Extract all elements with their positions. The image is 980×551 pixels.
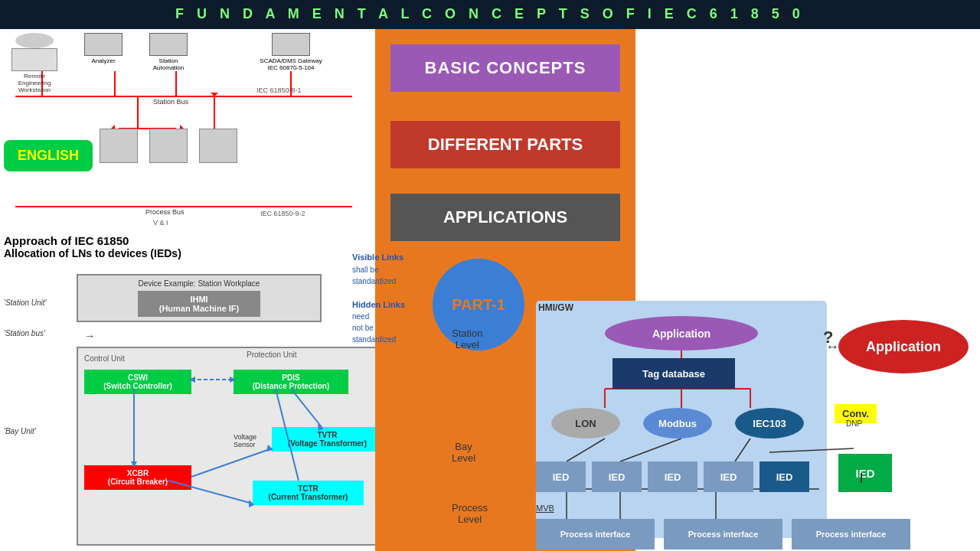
- protection-unit-inner-label: Protection Unit: [247, 350, 297, 359]
- tvtr-box: TVTR (Voltage Transformer): [272, 427, 383, 452]
- bay-unit-label: 'Bay Unit': [4, 427, 36, 435]
- process-level-label: Process Level: [452, 502, 488, 525]
- workstation-label: Remote Engineering Workstation: [4, 73, 65, 93]
- svg-marker-12: [211, 93, 218, 96]
- voltage-sensor-label: Voltage Sensor: [234, 433, 256, 448]
- scada-label: SCADA/DMS Gateway IEC 60870-5-104: [253, 57, 329, 71]
- cloud-icon: [15, 33, 54, 48]
- ied-green-box: IED: [838, 454, 892, 492]
- process-if-2: Process interface: [664, 519, 782, 549]
- different-parts-button[interactable]: DIFFERENT PARTS: [390, 121, 620, 168]
- cswi-label: CSWI (Switch Controller): [103, 373, 172, 390]
- process-if-3: Process interface: [792, 519, 910, 549]
- ied-bay-5-dark: IED: [760, 461, 809, 492]
- scada-icon: [272, 33, 310, 56]
- approach-line1: Approach of IEC 61850: [4, 234, 181, 247]
- approach-text: Approach of IEC 61850 Allocation of LNs …: [4, 234, 181, 259]
- process-if-1: Process interface: [536, 519, 655, 549]
- workstation-icon: [11, 48, 57, 71]
- analyzer-label: Analyzer: [84, 57, 122, 64]
- iec103-oval: IEC103: [735, 408, 804, 439]
- ied-1: [100, 129, 138, 163]
- application-red-oval: Application: [838, 320, 969, 373]
- applications-button[interactable]: APPLICATIONS: [390, 194, 620, 241]
- svg-line-100: [620, 439, 681, 461]
- hmi-gw-label: HMI/GW: [538, 302, 573, 313]
- device-example-title: Device Example: Station Workplace: [82, 279, 316, 288]
- application-oval: Application: [605, 316, 758, 350]
- header-title: F U N D A M E N T A L C O N C E P T S O …: [175, 6, 805, 21]
- tctr-label: TCTR (Current Transformer): [269, 484, 348, 501]
- svg-line-99: [567, 439, 605, 461]
- visible-links-label: Visible Links: [352, 251, 429, 264]
- lon-oval: LON: [551, 408, 620, 439]
- station-unit-label: 'Station Unit': [4, 298, 47, 307]
- station-level-text: Station Level: [452, 328, 482, 350]
- visible-links-sub: shall bestandardized: [352, 264, 429, 287]
- analyzer-box: Analyzer: [84, 33, 122, 64]
- ied-bay-3: IED: [648, 461, 697, 492]
- station-auto-label: Station Automation: [149, 57, 188, 71]
- modbus-oval: Modbus: [643, 408, 712, 439]
- process-bus-label: Process Bus: [145, 208, 185, 216]
- main-content: Remote Engineering Workstation Analyzer …: [0, 29, 980, 551]
- ied-bay-2: IED: [592, 461, 642, 492]
- xcbr-box: XCBR (Circuit Breaker): [84, 465, 191, 490]
- hidden-links-label: Hidden Links: [352, 298, 429, 311]
- pdis-label: PDIS (Distance Protection): [253, 373, 330, 390]
- ied-3: [199, 129, 237, 163]
- ied-bay-1: IED: [536, 461, 586, 492]
- ihmi-box: IHMI (Human Machine IF): [138, 291, 260, 317]
- device-example-container: Device Example: Station Workplace IHMI (…: [77, 274, 322, 322]
- page-header: F U N D A M E N T A L C O N C E P T S O …: [0, 0, 980, 29]
- pdis-box: PDIS (Distance Protection): [234, 370, 348, 394]
- station-level-label: Station Level: [452, 328, 482, 350]
- tag-database-box: Tag database: [612, 358, 735, 389]
- bay-level-text: Bay Level: [452, 441, 475, 464]
- station-auto-icon: [149, 33, 188, 56]
- cswi-box: CSWI (Switch Controller): [84, 370, 191, 394]
- tctr-box: TCTR (Current Transformer): [253, 481, 364, 505]
- left-panel: Remote Engineering Workstation Analyzer …: [0, 29, 375, 551]
- dnp-label: DNP: [846, 419, 862, 428]
- ied-bay-4: IED: [704, 461, 753, 492]
- ihmi-label: IHMI (Human Machine IF): [159, 295, 240, 313]
- ied-2: [149, 129, 188, 163]
- basic-concepts-button[interactable]: BASIC CONCEPTS: [390, 44, 620, 92]
- iec-9-2-label: IEC 61850-9-2: [260, 210, 305, 217]
- hidden-links-sub: neednot bestandardized: [352, 311, 429, 345]
- links-text-block: Visible Links shall bestandardized Hidde…: [352, 251, 429, 345]
- scada-gateway-box: SCADA/DMS Gateway IEC 60870-5-104: [253, 33, 329, 71]
- ied-row-bays: IED IED IED IED IED: [536, 461, 809, 492]
- iec-8-1-label: IEC 61850-8-1: [256, 86, 302, 94]
- station-bus-label: Station Bus: [153, 98, 188, 106]
- process-level-text: Process Level: [452, 502, 488, 525]
- station-auto-box: Station Automation: [149, 33, 188, 71]
- analyzer-icon: [84, 33, 122, 56]
- vi-label: V & I: [153, 219, 168, 227]
- ieds-row: [100, 129, 237, 163]
- process-interface-row: Process interface Process interface Proc…: [536, 519, 910, 549]
- bay-level-label: Bay Level: [452, 441, 475, 464]
- station-bus-arrow-label: 'Station bus': [4, 329, 45, 337]
- english-badge[interactable]: ENGLISH: [4, 140, 93, 171]
- mvb-label: MVB: [536, 504, 554, 513]
- approach-line2: Allocation of LNs to devices (IEDs): [4, 247, 181, 259]
- horiz-arrow-icon: ↔: [825, 339, 839, 355]
- station-bus-right-arrow: →: [84, 330, 95, 342]
- remote-workstation: Remote Engineering Workstation: [4, 33, 65, 93]
- svg-line-101: [735, 439, 750, 461]
- tvtr-label: TVTR (Voltage Transformer): [288, 431, 367, 448]
- xcbr-label: XCBR (Circuit Breaker): [108, 469, 168, 486]
